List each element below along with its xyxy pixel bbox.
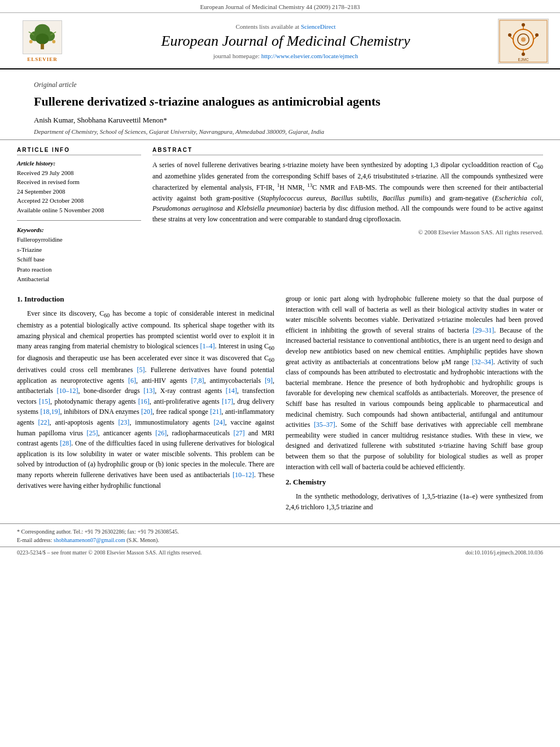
keyword-2: s-Triazine: [17, 245, 141, 255]
article-title: Fullerene derivatized s-triazine analogu…: [17, 91, 543, 115]
sciencedirect-prefix: Contents lists available at: [235, 23, 300, 30]
sciencedirect-link-text[interactable]: ScienceDirect: [301, 23, 336, 30]
body-content: 1. Introduction Ever since its discovery…: [0, 285, 560, 517]
available-date: Available online 5 November 2008: [17, 206, 141, 215]
ref-14[interactable]: [14]: [226, 387, 237, 395]
email-link[interactable]: shobhanamenon07@gmail.com: [54, 537, 125, 543]
ref-25[interactable]: [25]: [86, 429, 98, 437]
keyword-4: Prato reaction: [17, 265, 141, 275]
ref-24[interactable]: [24]: [214, 418, 225, 426]
ref-15[interactable]: [15]: [39, 397, 50, 405]
article-history-section: Article history: Received 29 July 2008 R…: [17, 160, 141, 215]
revised-label: Received in revised form: [17, 177, 141, 187]
top-bar: European Journal of Medicinal Chemistry …: [0, 0, 560, 13]
ref-5[interactable]: [5]: [137, 366, 145, 374]
article-info-abstract-section: ARTICLE INFO Article history: Received 2…: [0, 139, 560, 285]
two-col-layout: 1. Introduction Ever since its discovery…: [17, 294, 543, 517]
right-journal-logo: EJMC: [498, 19, 549, 64]
elsevier-logo-area: ELSEVIER: [11, 20, 73, 62]
corresponding-note: * Corresponding author. Tel.: +91 79 263…: [17, 527, 543, 536]
footer-bar: 0223-5234/$ – see front matter © 2008 El…: [0, 547, 560, 558]
affiliation-line: Department of Chemistry, School of Scien…: [17, 127, 543, 139]
journal-header: ELSEVIER Contents lists available at Sci…: [0, 13, 560, 69]
footer-doi: doi:10.1016/j.ejmech.2008.10.036: [466, 549, 544, 556]
ref-13[interactable]: [13]: [143, 387, 155, 395]
ref-35-37[interactable]: [35–37]: [314, 421, 335, 429]
ref-26[interactable]: [26]: [155, 429, 167, 437]
keyword-5: Antibacterial: [17, 274, 141, 285]
ref-10-12[interactable]: [10–12]: [56, 387, 78, 395]
introduction-heading: 1. Introduction: [17, 294, 274, 305]
svg-point-20: [535, 33, 539, 37]
chemistry-para1: In the synthetic methodology, derivative…: [286, 491, 543, 512]
ref-18-19[interactable]: [18,19]: [40, 408, 60, 416]
homepage-url[interactable]: http://www.elsevier.com/locate/ejmech: [261, 53, 358, 59]
ref-22[interactable]: [22]: [38, 418, 50, 426]
svg-text:EJMC: EJMC: [518, 58, 528, 62]
svg-point-14: [521, 37, 526, 42]
intro-para2: group or ionic part along with hydrophob…: [286, 294, 543, 472]
article-info-title: ARTICLE INFO: [17, 147, 141, 155]
journal-header-center: Contents lists available at ScienceDirec…: [73, 23, 498, 59]
keyword-1: Fulleropyrrolidine: [17, 235, 141, 245]
accepted-date: Accepted 22 October 2008: [17, 196, 141, 206]
received-date: Received 29 July 2008: [17, 168, 141, 178]
ref-20[interactable]: [20]: [141, 408, 152, 416]
history-label: Article history:: [17, 160, 141, 167]
keyword-3: Schiff base: [17, 255, 141, 265]
intro-heading-text: 1. Introduction: [17, 295, 64, 303]
ref-29-31[interactable]: [29–31]: [473, 326, 494, 334]
chemistry-heading-text: 2. Chemistry: [286, 478, 326, 486]
footer-issn: 0223-5234/$ – see front matter © 2008 El…: [17, 549, 202, 556]
info-divider: [17, 220, 141, 221]
intro-para1: Ever since its discovery, C60 has become…: [17, 308, 274, 491]
svg-point-9: [52, 40, 55, 43]
svg-point-8: [29, 40, 33, 43]
authors-line: Anish Kumar, Shobhana Karuveettil Menon*: [17, 115, 543, 127]
ref-10-12b[interactable]: [10–12]: [233, 471, 254, 479]
body-col-right: group or ionic part along with hydrophob…: [286, 294, 543, 517]
ref-23[interactable]: [23]: [118, 418, 129, 426]
body-col-left: 1. Introduction Ever since its discovery…: [17, 294, 274, 517]
footnotes-section: * Corresponding author. Tel.: +91 79 263…: [0, 523, 560, 547]
elsevier-brand-text: ELSEVIER: [27, 56, 58, 62]
ref-28[interactable]: [28]: [60, 439, 71, 447]
abstract-col: ABSTRACT A series of novel fullerene der…: [152, 147, 543, 285]
svg-point-21: [522, 23, 525, 27]
ref-7-8[interactable]: [7,8]: [191, 377, 204, 385]
ref-6[interactable]: [6]: [128, 377, 136, 385]
homepage-prefix: journal homepage:: [213, 53, 261, 59]
journal-title: European Journal of Medicinal Chemistry: [73, 32, 498, 50]
svg-point-4: [36, 33, 49, 44]
journal-homepage: journal homepage: http://www.elsevier.co…: [73, 53, 498, 59]
ref-17[interactable]: [17]: [222, 397, 233, 405]
svg-point-19: [508, 33, 511, 37]
article-info-col: ARTICLE INFO Article history: Received 2…: [17, 147, 141, 285]
ref-32-34[interactable]: [32–34]: [472, 358, 493, 366]
abstract-title: ABSTRACT: [152, 147, 543, 155]
revised-date: 24 September 2008: [17, 187, 141, 196]
svg-point-22: [522, 53, 525, 56]
email-note: E-mail address: shobhanamenon07@gmail.co…: [17, 536, 543, 544]
ref-16[interactable]: [16]: [138, 397, 150, 405]
abstract-text: A series of novel fullerene derivatives …: [152, 160, 543, 225]
keywords-section: Keywords: Fulleropyrrolidine s-Triazine …: [17, 226, 141, 285]
article-title-part1: Fullerene derivatized: [34, 94, 150, 108]
abstract-copyright: © 2008 Elsevier Masson SAS. All rights r…: [152, 229, 543, 235]
ref-9[interactable]: [9]: [265, 377, 273, 385]
keywords-label: Keywords:: [17, 226, 141, 233]
chemistry-heading: 2. Chemistry: [286, 477, 543, 488]
ref-21[interactable]: [21]: [210, 408, 221, 416]
journal-citation: European Journal of Medicinal Chemistry …: [200, 3, 360, 10]
elsevier-tree-icon: [23, 20, 62, 54]
ref-1-4[interactable]: [1–4]: [200, 342, 215, 350]
article-type: Original article: [17, 75, 543, 91]
ref-27[interactable]: [27]: [233, 429, 244, 437]
sciencedirect-line: Contents lists available at ScienceDirec…: [73, 23, 498, 30]
article-title-part2: -triazine analogues as antimicrobial age…: [154, 94, 380, 108]
svg-rect-5: [41, 44, 44, 50]
page: European Journal of Medicinal Chemistry …: [0, 0, 560, 747]
